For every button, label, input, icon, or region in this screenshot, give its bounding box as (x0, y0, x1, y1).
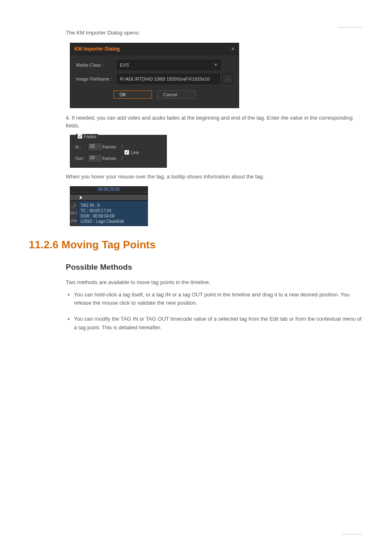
paragraph-fades: 4. If needed, you can add video and audi… (66, 114, 363, 130)
timeline-ruler: 00:00:20:00 (70, 186, 148, 194)
fades-legend: ✓ Fades (76, 134, 98, 139)
methods-list: You can hold-click a tag itself, or a ta… (66, 291, 363, 332)
tooltip-logo: LOGO : Logo CleanEdit (81, 219, 124, 224)
heading-moving-tags: 11.2.6 Moving Tag Points (29, 238, 363, 251)
list-item: You can modify the TAG IN or TAG OUT tim… (74, 315, 363, 332)
paragraph-dialog-intro: The KM Importer Dialog opens: (66, 29, 363, 37)
media-class-value: EVS (120, 62, 129, 67)
km-importer-dialog: KM Importer Dialog × Media Class : EVS ▼… (70, 43, 239, 108)
tag-tooltip: _C 00:1 208 TAG IN : 0 TC : 00:00:17:24 … (70, 201, 148, 226)
dialog-title: KM Importer Dialog (74, 46, 120, 52)
ok-button[interactable]: OK (113, 90, 152, 99)
link-slash-top: \ (120, 144, 125, 149)
tooltip-tag-in: TAG IN : 0 (81, 203, 124, 208)
heading-possible-methods: Possible Methods (66, 263, 363, 272)
fade-out-label: Out : (75, 156, 88, 161)
fade-in-input[interactable]: 10 (88, 143, 102, 151)
browse-button[interactable]: … (222, 74, 233, 84)
link-checkbox[interactable]: ✓ (125, 150, 129, 155)
link-label: Link (131, 150, 139, 155)
fades-checkbox[interactable]: ✓ (78, 134, 82, 139)
list-item: You can hold-click a tag itself, or a ta… (74, 291, 363, 308)
timeline-tooltip-figure: 00:00:20:00 ➤ _C 00:1 208 TAG IN : 0 TC … (70, 186, 148, 226)
paragraph-tooltip: When you hover your mouse over the tag, … (66, 173, 363, 181)
cursor-icon: ➤ (79, 194, 83, 201)
media-class-label: Media Class : (76, 62, 117, 67)
fade-out-input[interactable]: 10 (88, 154, 102, 162)
dialog-titlebar: KM Importer Dialog × (70, 43, 239, 55)
chevron-down-icon: ▼ (214, 62, 218, 67)
close-icon[interactable]: × (231, 46, 235, 52)
tooltip-tc: TC : 00:00:17:24 (81, 208, 124, 213)
paragraph-moving-intro: Two methods are available to move tag po… (66, 278, 363, 287)
cancel-button[interactable]: Cancel (157, 90, 196, 99)
media-class-select[interactable]: EVS ▼ (117, 60, 221, 70)
link-slash-bottom: / (120, 156, 125, 161)
tooltip-left-gutter: _C 00:1 208 (70, 201, 78, 226)
ruler-timecode: 00:00:20:00 (98, 187, 120, 192)
page-header-right (338, 25, 362, 28)
timeline-track: ➤ (70, 194, 148, 201)
dialog-body: Media Class : EVS ▼ Image FileName : R:\… (70, 55, 239, 108)
image-filename-label: Image FileName : (76, 76, 117, 81)
image-filename-value: R:\ADL\RTD\HD 1080i 1920\GraFX\1920x10 (120, 76, 210, 81)
fades-label: Fades (84, 134, 97, 139)
frames-label-out: frames (102, 156, 120, 161)
link-group: ✓ Link (125, 150, 161, 155)
tooltip-dur: DUR : 00:00:04:00 (81, 213, 124, 219)
page-footer (342, 534, 362, 536)
image-filename-input[interactable]: R:\ADL\RTD\HD 1080i 1920\GraFX\1920x10 (117, 74, 220, 84)
fades-panel: ✓ Fades In : 10 frames \ ✓ Link Out : 10… (70, 135, 167, 168)
frames-label-in: frames (102, 144, 120, 149)
fade-in-label: In : (75, 144, 88, 149)
